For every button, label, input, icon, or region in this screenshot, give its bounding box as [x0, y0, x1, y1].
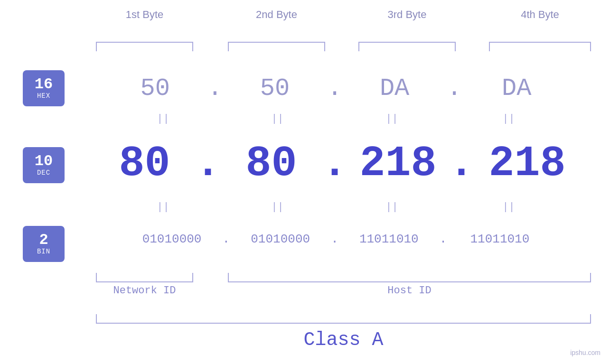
- hex-dot-3: .: [447, 75, 462, 103]
- dec-dot-2: .: [322, 142, 347, 185]
- byte4-header: 4th Byte: [489, 9, 591, 21]
- top-bracket-1: [96, 42, 193, 51]
- hex-val-4: DA: [466, 75, 568, 103]
- bin-base-label: 2 BIN: [23, 226, 65, 262]
- hex-val-3: DA: [346, 75, 443, 103]
- network-bottom-bracket: [96, 273, 193, 282]
- bin-val-2: 01010000: [232, 232, 329, 246]
- class-label: Class A: [96, 329, 591, 351]
- eq2-2: ||: [229, 201, 326, 213]
- byte2-header: 2nd Byte: [228, 9, 325, 21]
- hex-dot-2: .: [327, 75, 342, 103]
- dec-val-2: 80: [223, 142, 320, 185]
- eq2-1: ||: [114, 201, 212, 213]
- dec-val-1: 80: [96, 142, 193, 185]
- bin-dot-2: .: [331, 232, 338, 246]
- hex-row: 50 . 50 . DA . DA: [74, 70, 601, 106]
- byte1-header: 1st Byte: [96, 9, 193, 21]
- watermark: ipshu.com: [570, 349, 601, 357]
- eq1-4: ||: [458, 113, 560, 125]
- equals-row-1: || || || ||: [74, 110, 601, 127]
- dec-dot-1: .: [195, 142, 221, 185]
- top-bracket-3: [358, 42, 456, 51]
- equals-row-2: || || || ||: [74, 198, 601, 215]
- hex-val-1: 50: [106, 75, 204, 103]
- eq2-3: ||: [343, 201, 441, 213]
- eq1-1: ||: [114, 113, 212, 125]
- hex-base-label: 16 HEX: [23, 70, 65, 106]
- bin-val-4: 11011010: [449, 232, 551, 246]
- bin-dot-3: .: [440, 232, 447, 246]
- class-bottom-bracket: [96, 314, 591, 324]
- eq1-2: ||: [229, 113, 326, 125]
- dec-base-label: 10 DEC: [23, 147, 65, 183]
- host-bottom-bracket: [228, 273, 591, 282]
- dec-row: 80 . 80 . 218 . 218: [74, 135, 601, 192]
- eq2-4: ||: [458, 201, 560, 213]
- eq1-3: ||: [343, 113, 441, 125]
- hex-val-2: 50: [226, 75, 323, 103]
- bin-row: 01010000 . 01010000 . 11011010 . 1101101…: [74, 221, 601, 257]
- hex-dot-1: .: [207, 75, 222, 103]
- dec-val-3: 218: [349, 142, 447, 185]
- main-layout: 1st Byte 2nd Byte 3rd Byte 4th Byte 16 H…: [0, 0, 610, 364]
- bin-val-1: 01010000: [123, 232, 221, 246]
- top-bracket-4: [489, 42, 591, 51]
- network-id-label: Network ID: [96, 285, 193, 297]
- bin-val-3: 11011010: [340, 232, 438, 246]
- dec-val-4: 218: [476, 142, 578, 185]
- top-bracket-2: [228, 42, 325, 51]
- byte3-header: 3rd Byte: [358, 9, 456, 21]
- dec-dot-3: .: [449, 142, 474, 185]
- bin-dot-1: .: [223, 232, 230, 246]
- host-id-label: Host ID: [228, 285, 591, 297]
